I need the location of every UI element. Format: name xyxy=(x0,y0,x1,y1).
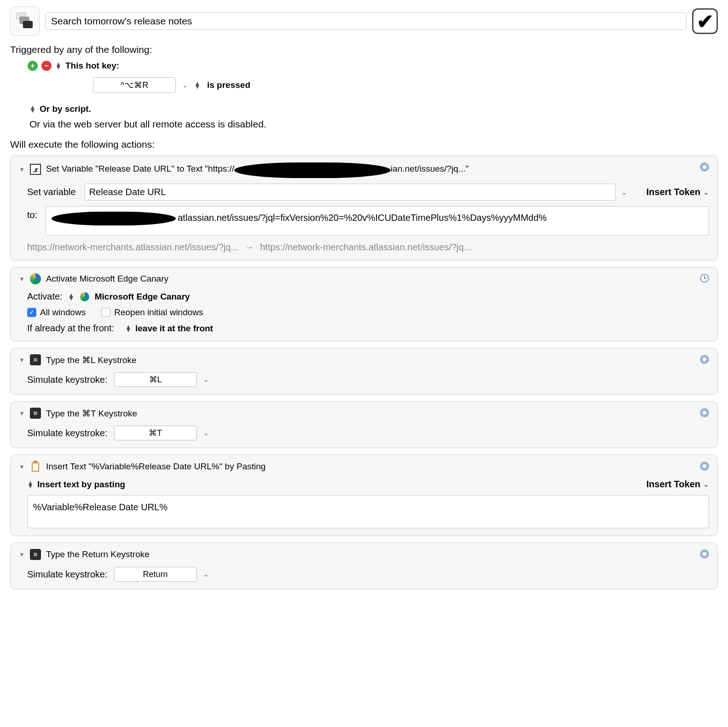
action-set-variable: ▼ 𝑥 Set Variable "Release Date URL" to T… xyxy=(10,156,718,260)
simulate-label: Simulate keystroke: xyxy=(27,375,108,385)
disclosure-triangle[interactable]: ▼ xyxy=(19,463,25,470)
edge-canary-icon xyxy=(80,292,89,301)
keystroke-field[interactable]: ⌘T xyxy=(114,426,197,440)
checkbox-icon xyxy=(101,308,110,317)
is-pressed-label: is pressed xyxy=(207,80,250,90)
gear-icon[interactable] xyxy=(699,407,710,418)
add-trigger-button[interactable]: + xyxy=(28,61,38,71)
sort-icon[interactable]: ▲▼ xyxy=(29,106,36,112)
action-title: Set Variable "Release Date URL" to Text … xyxy=(46,162,469,177)
svg-point-12 xyxy=(703,411,706,415)
disclosure-triangle[interactable]: ▼ xyxy=(19,357,25,364)
action-title: Type the Return Keystroke xyxy=(46,549,150,560)
simulate-label: Simulate keystroke: xyxy=(27,569,108,580)
arrow-right-icon: → xyxy=(245,242,254,252)
hotkey-label: This hot key: xyxy=(65,61,119,71)
gear-icon[interactable] xyxy=(699,548,710,560)
svg-rect-2 xyxy=(23,21,32,28)
action-keystroke-cmd-t: ▼ ⌘ Type the ⌘T Keystroke Simulate keyst… xyxy=(10,401,718,448)
action-title: Activate Microsoft Edge Canary xyxy=(46,274,168,284)
svg-point-10 xyxy=(703,358,706,361)
action-keystroke-cmd-l: ▼ ⌘ Type the ⌘L Keystroke Simulate keyst… xyxy=(10,348,718,395)
disclosure-triangle[interactable]: ▼ xyxy=(19,166,25,173)
chevron-down-icon[interactable]: ⌄ xyxy=(203,429,209,437)
action-title: Type the ⌘L Keystroke xyxy=(46,355,137,365)
paste-textarea[interactable]: %Variable%Release Date URL% xyxy=(27,495,709,528)
setvar-label: Set variable xyxy=(27,187,76,197)
sort-icon[interactable]: ▲▼ xyxy=(55,63,62,69)
insert-token-button[interactable]: Insert Token⌄ xyxy=(647,479,709,490)
macro-header: ✔ xyxy=(10,6,718,36)
variable-value-textarea[interactable]: atlassian.net/issues/?jql=fixVersion%20=… xyxy=(46,206,709,236)
hotkey-config: ^⌥⌘R ⌄ ▲▼ is pressed xyxy=(93,77,718,93)
front-label: If already at the front: xyxy=(27,323,114,334)
clipboard-icon xyxy=(29,461,41,473)
app-name: Microsoft Edge Canary xyxy=(95,292,190,302)
redacted-text xyxy=(234,162,391,178)
action-insert-text: ▼ Insert Text "%Variable%Release Date UR… xyxy=(10,455,718,536)
gear-icon[interactable] xyxy=(699,162,710,173)
sort-icon[interactable]: ▲▼ xyxy=(68,294,75,300)
clock-icon[interactable] xyxy=(699,273,710,284)
keystroke-field[interactable]: Return xyxy=(114,567,197,582)
action-keystroke-return: ▼ ⌘ Type the Return Keystroke Simulate k… xyxy=(10,542,718,589)
action-title: Type the ⌘T Keystroke xyxy=(46,408,137,419)
gear-icon[interactable] xyxy=(699,461,710,472)
hotkey-field[interactable]: ^⌥⌘R xyxy=(93,77,176,93)
actions-header: Will execute the following actions: xyxy=(10,139,718,150)
trigger-row: + − ▲▼ This hot key: xyxy=(28,61,718,71)
variable-name-input[interactable] xyxy=(84,184,616,201)
keystroke-icon: ⌘ xyxy=(29,354,41,366)
or-script-label: Or by script. xyxy=(40,104,91,114)
enabled-toggle[interactable]: ✔ xyxy=(692,8,718,34)
checkmark-icon: ✓ xyxy=(27,308,36,317)
sort-icon[interactable]: ▲▼ xyxy=(194,82,201,88)
triggers-header: Triggered by any of the following: xyxy=(10,44,718,55)
svg-point-14 xyxy=(703,464,706,468)
chevron-down-icon[interactable]: ⌄ xyxy=(203,376,209,383)
reopen-windows-checkbox[interactable]: Reopen initial windows xyxy=(101,307,203,317)
keystroke-icon: ⌘ xyxy=(29,548,41,560)
preview-text: https://network-merchants.atlassian.net/… xyxy=(27,242,709,253)
macro-title-input[interactable] xyxy=(45,12,687,30)
all-windows-checkbox[interactable]: ✓ All windows xyxy=(27,307,86,317)
keystroke-icon: ⌘ xyxy=(29,407,41,419)
chevron-down-icon[interactable]: ⌄ xyxy=(182,81,188,89)
or-script-row: ▲▼ Or by script. xyxy=(29,104,718,114)
activate-label: Activate: xyxy=(27,291,63,302)
paste-mode[interactable]: Insert text by pasting xyxy=(37,479,125,490)
chevron-down-icon[interactable]: ⌄ xyxy=(621,188,627,196)
chevron-down-icon[interactable]: ⌄ xyxy=(203,571,209,578)
gear-icon[interactable] xyxy=(699,354,710,365)
svg-point-4 xyxy=(703,165,706,169)
redacted-text xyxy=(52,212,176,225)
disclosure-triangle[interactable]: ▼ xyxy=(19,551,25,558)
sort-icon[interactable]: ▲▼ xyxy=(27,481,34,488)
svg-point-16 xyxy=(703,552,706,556)
disclosure-triangle[interactable]: ▼ xyxy=(19,276,25,283)
front-value[interactable]: leave it at the front xyxy=(135,323,213,334)
simulate-label: Simulate keystroke: xyxy=(27,428,108,439)
action-activate-app: ▼ Activate Microsoft Edge Canary Activat… xyxy=(10,267,718,341)
remove-trigger-button[interactable]: − xyxy=(41,61,52,71)
sort-icon[interactable]: ▲▼ xyxy=(125,325,132,332)
edge-canary-icon xyxy=(29,273,41,285)
macro-icon[interactable] xyxy=(10,6,40,36)
insert-token-button[interactable]: Insert Token⌄ xyxy=(647,187,709,197)
remote-access-note: Or via the web server but all remote acc… xyxy=(29,119,718,130)
keystroke-field[interactable]: ⌘L xyxy=(114,372,197,387)
to-label: to: xyxy=(27,210,37,220)
variable-icon: 𝑥 xyxy=(29,163,41,175)
checkmark-icon: ✔ xyxy=(697,10,714,33)
disclosure-triangle[interactable]: ▼ xyxy=(19,410,25,417)
action-title: Insert Text "%Variable%Release Date URL%… xyxy=(46,462,266,472)
